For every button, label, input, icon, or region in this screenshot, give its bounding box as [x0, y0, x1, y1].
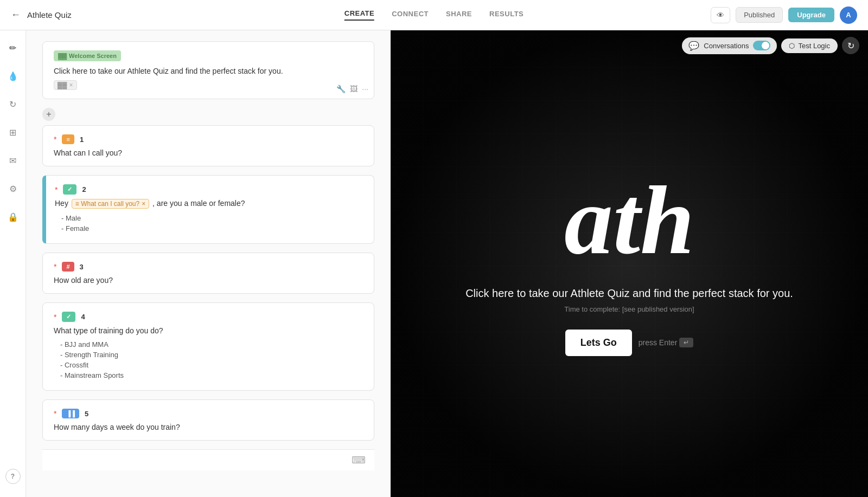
test-logic-icon: ⬡: [789, 42, 795, 50]
wrench-icon[interactable]: 🔧: [336, 85, 346, 93]
q-option: - Male: [61, 214, 363, 222]
tab-create[interactable]: CREATE: [344, 9, 374, 21]
required-star-2: *: [55, 185, 58, 194]
welcome-actions: 🔧 🖼 ···: [336, 85, 368, 93]
enter-key: ↵: [679, 338, 693, 347]
help-button[interactable]: ?: [5, 469, 21, 484]
add-question-button[interactable]: +: [42, 108, 55, 121]
preview-cta: Lets Go press Enter ↵: [465, 330, 793, 356]
preview-time: Time to complete: [see published version…: [465, 305, 793, 313]
lock-icon[interactable]: 🔒: [4, 208, 22, 225]
q-number-4: 4: [81, 313, 85, 321]
grid-icon[interactable]: ⊞: [4, 124, 22, 141]
q-number-3: 3: [80, 263, 84, 271]
q-options-4: - BJJ and MMA - Strength Training - Cros…: [54, 340, 363, 379]
preview-subtitle: Click here to take our Athlete Quiz and …: [465, 286, 793, 301]
image-icon[interactable]: 🖼: [350, 85, 358, 93]
required-star-4: *: [54, 313, 56, 321]
preview-logo: ath: [564, 172, 694, 269]
required-star-3: *: [54, 262, 56, 271]
answer-tag-name[interactable]: ≡ What can I call you? ×: [72, 199, 149, 209]
welcome-block: ▓▓ Welcome Screen Click here to take our…: [42, 41, 374, 99]
test-logic-button[interactable]: ⬡ Test Logic: [781, 38, 838, 53]
conversations-label: Conversations: [704, 42, 749, 50]
toggle-thumb: [762, 42, 769, 49]
mail-icon[interactable]: ✉: [4, 152, 22, 169]
top-navigation: ← Athlete Quiz CREATE CONNECT SHARE RESU…: [0, 0, 868, 30]
sidebar-icons: ✏ 💧 ↻ ⊞ ✉ ⚙ 🔒 ?: [0, 30, 26, 497]
question-block-2: * ✓ 2 Hey ≡ What can I call you? × , are…: [42, 175, 374, 244]
q-text-4[interactable]: What type of training do you do?: [54, 326, 363, 335]
conversations-toggle[interactable]: 💬 Conversations: [682, 37, 777, 54]
drop-icon[interactable]: 💧: [4, 67, 22, 85]
welcome-badge: ▓▓ Welcome Screen: [54, 50, 121, 61]
welcome-text: Click here to take our Athlete Quiz and …: [54, 67, 363, 75]
required-star-5: *: [54, 409, 56, 418]
q-text-1[interactable]: What can I call you?: [54, 149, 363, 157]
quiz-editor-panel: ▓▓ Welcome Screen Click here to take our…: [26, 30, 391, 497]
bottom-toolbar: ⌨: [42, 449, 374, 470]
question-block-1: * ≡ 1 What can I call you?: [42, 125, 374, 166]
refresh-preview-button[interactable]: ↻: [842, 37, 859, 54]
refresh-icon[interactable]: ↻: [4, 95, 22, 113]
preview-text-content: Click here to take our Athlete Quiz and …: [465, 286, 793, 356]
lets-go-button[interactable]: Lets Go: [565, 330, 632, 356]
preview-content: ath Click here to take our Athlete Quiz …: [391, 30, 868, 497]
press-enter: press Enter ↵: [639, 338, 694, 347]
page-title: Athlete Quiz: [27, 10, 72, 20]
avatar[interactable]: A: [840, 7, 857, 24]
q-option: - Crossfit: [60, 361, 363, 369]
nav-right-actions: 👁 Published Upgrade A: [711, 7, 857, 24]
more-icon[interactable]: ···: [362, 85, 368, 93]
main-content: ✏ 💧 ↻ ⊞ ✉ ⚙ 🔒 ? ▓▓ Welcome Screen Click …: [0, 30, 868, 497]
q-type-badge-3: #: [62, 262, 74, 272]
back-button[interactable]: ←: [11, 9, 21, 21]
q-type-badge-1: ≡: [62, 134, 74, 144]
q-type-badge-5: ▐▐: [62, 409, 79, 418]
q-number-1: 1: [80, 135, 84, 144]
question-block-5: * ▐▐ 5 How many days a week do you train…: [42, 399, 374, 441]
q-option: - Strength Training: [60, 351, 363, 359]
tab-connect[interactable]: CONNECT: [392, 10, 429, 20]
answer-tag-close[interactable]: ×: [142, 200, 145, 208]
q-option: - Mainstream Sports: [60, 371, 363, 379]
published-button[interactable]: Published: [736, 7, 783, 23]
q-type-badge-4: ✓: [62, 312, 75, 322]
q-number-5: 5: [85, 410, 88, 418]
welcome-tag[interactable]: ▓▓ ×: [54, 80, 77, 90]
toggle-switch[interactable]: [753, 41, 770, 50]
q-options-2: - Male - Female: [55, 214, 363, 233]
tab-share[interactable]: SHARE: [446, 10, 472, 20]
q-text-5[interactable]: How many days a week do you train?: [54, 423, 363, 431]
preview-header: 💬 Conversations ⬡ Test Logic ↻: [391, 30, 868, 61]
q-option: - Female: [61, 224, 363, 233]
upgrade-button[interactable]: Upgrade: [788, 8, 834, 22]
nav-tabs: CREATE CONNECT SHARE RESULTS: [344, 9, 524, 21]
settings-icon[interactable]: ⚙: [4, 180, 22, 197]
preview-panel: 💬 Conversations ⬡ Test Logic ↻ ath Click…: [391, 30, 868, 497]
q-number-2: 2: [82, 185, 86, 193]
q-text-3[interactable]: How old are you?: [54, 276, 363, 285]
keyboard-icon[interactable]: ⌨: [352, 454, 366, 466]
required-star-1: *: [54, 135, 56, 144]
preview-eye-button[interactable]: 👁: [711, 7, 730, 23]
q-type-badge-2: ✓: [63, 184, 76, 195]
q-text-2: Hey ≡ What can I call you? × , are you a…: [55, 199, 363, 209]
edit-icon[interactable]: ✏: [4, 39, 22, 56]
q-option: - BJJ and MMA: [60, 340, 363, 348]
question-block-4: * ✓ 4 What type of training do you do? -…: [42, 302, 374, 391]
question-block-3: * # 3 How old are you?: [42, 253, 374, 294]
tab-results[interactable]: RESULTS: [489, 10, 524, 20]
